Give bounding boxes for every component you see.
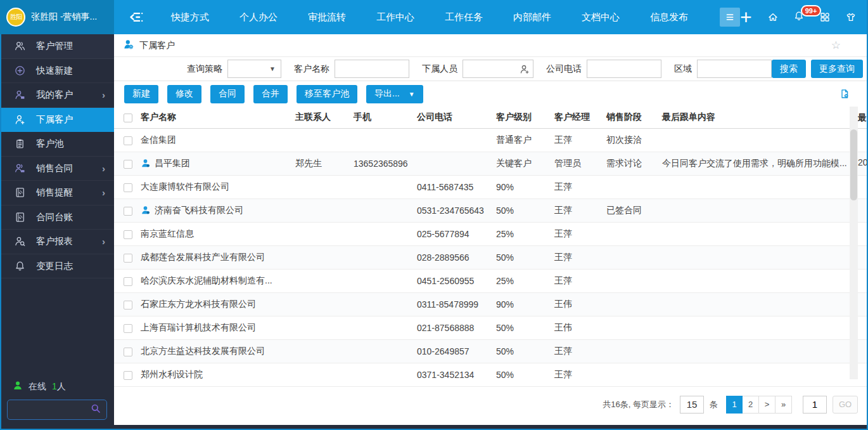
sidebar-item-客户池[interactable]: 客户池 bbox=[0, 132, 114, 157]
theme-shirt-icon[interactable] bbox=[846, 12, 856, 22]
row-checkbox[interactable] bbox=[124, 160, 132, 169]
table-row[interactable]: 济南奋飞科技有限公司 0531-234765643 50% 王萍 已签合同 bbox=[114, 199, 868, 222]
sidebar-item-客户管理[interactable]: 客户管理 bbox=[0, 34, 114, 59]
vertical-scrollbar[interactable] bbox=[850, 107, 858, 379]
table-row[interactable]: 金信集团 普通客户 王萍 初次接洽 bbox=[114, 128, 868, 152]
toolbar-button-修改[interactable]: 修改 bbox=[167, 85, 201, 103]
search-icon[interactable] bbox=[91, 403, 101, 416]
home-icon[interactable] bbox=[768, 12, 778, 22]
col-sales-stage[interactable]: 销售阶段 bbox=[603, 107, 658, 128]
last-page-button[interactable]: » bbox=[775, 396, 792, 414]
customer-name-input[interactable] bbox=[335, 60, 409, 78]
topnav-item[interactable]: 信息发布 bbox=[635, 0, 703, 34]
avatar[interactable]: 胜阳 bbox=[6, 8, 25, 27]
select-all-checkbox[interactable] bbox=[124, 114, 132, 122]
cell-last-follow-note bbox=[658, 222, 868, 245]
add-icon[interactable]: + bbox=[740, 8, 752, 27]
topnav-item[interactable]: 快捷方式 bbox=[156, 0, 224, 34]
col-customer-manager[interactable]: 客户经理 bbox=[551, 107, 603, 128]
topnav-item[interactable]: 文档中心 bbox=[566, 0, 635, 34]
cell-customer-name: 哈尔滨庆东水泥辅助材料制造有... bbox=[141, 275, 272, 287]
toolbar-button-合并[interactable]: 合并 bbox=[253, 85, 288, 103]
cell-mobile bbox=[350, 175, 413, 199]
table-row[interactable]: 哈尔滨庆东水泥辅助材料制造有... 0451-2560955 25% 王萍 bbox=[114, 269, 868, 292]
go-button[interactable]: GO bbox=[833, 396, 858, 414]
sidebar-item-label: 销售合同 bbox=[36, 162, 73, 174]
page-button-1[interactable]: 1 bbox=[726, 396, 743, 414]
row-checkbox[interactable] bbox=[124, 207, 132, 216]
sidebar-item-快速新建[interactable]: 快速新建 bbox=[0, 59, 114, 84]
pager: 12>» bbox=[726, 396, 792, 414]
export-settings-icon[interactable] bbox=[839, 89, 850, 99]
col-last-follow-note[interactable]: 最后跟单内容 bbox=[658, 107, 868, 128]
region-input[interactable] bbox=[697, 60, 772, 78]
sidebar-item-合同台账[interactable]: 合同台账 bbox=[0, 205, 114, 230]
page-size-input[interactable]: 15 bbox=[680, 396, 704, 414]
next-page-button[interactable]: > bbox=[759, 396, 775, 414]
sidebar-item-销售合同[interactable]: 销售合同 › bbox=[0, 157, 114, 181]
pagination: 共16条, 每页显示： 15 条 12>» GO bbox=[114, 396, 868, 414]
table-header-row: 客户名称 主联系人 手机 公司电话 客户级别 客户经理 销售阶段 最后跟单内容 bbox=[114, 107, 868, 128]
col-customer-level[interactable]: 客户级别 bbox=[492, 107, 551, 128]
bell-icon bbox=[14, 261, 25, 271]
col-mobile[interactable]: 手机 bbox=[350, 107, 413, 128]
toolbar-button-新建[interactable]: 新建 bbox=[124, 85, 158, 103]
topnav-item[interactable]: 个人办公 bbox=[224, 0, 293, 34]
table-row[interactable]: 大连康博软件有限公司 0411-5687435 90% 王萍 bbox=[114, 175, 868, 199]
row-checkbox[interactable] bbox=[124, 136, 132, 145]
scrollbar-thumb[interactable] bbox=[850, 129, 857, 200]
topnav-item[interactable]: 内部邮件 bbox=[498, 0, 566, 34]
row-checkbox[interactable] bbox=[124, 277, 132, 286]
sidebar-item-下属客户[interactable]: 下属客户 bbox=[0, 108, 114, 133]
table-row[interactable]: 郑州水利设计院 0371-3452134 50% 王萍 bbox=[114, 363, 868, 386]
more-query-button[interactable]: 更多查询 bbox=[811, 60, 863, 78]
table-row[interactable]: 成都莲合发展科技产业有限公司 028-2889566 50% 王萍 bbox=[114, 245, 868, 269]
col-company-phone[interactable]: 公司电话 bbox=[413, 107, 492, 128]
cell-customer-manager: 王萍 bbox=[551, 245, 603, 269]
sidebar-item-我的客户[interactable]: 我的客户 › bbox=[0, 83, 114, 108]
topnav-item[interactable]: 工作任务 bbox=[430, 0, 498, 34]
row-checkbox[interactable] bbox=[124, 183, 132, 192]
cell-customer-manager: 管理员 bbox=[551, 152, 603, 175]
apps-grid-icon[interactable] bbox=[820, 12, 830, 22]
sidebar-search-input[interactable] bbox=[13, 405, 91, 415]
person-add-icon[interactable] bbox=[520, 64, 530, 74]
search-button[interactable]: 搜索 bbox=[772, 60, 806, 78]
cell-mobile bbox=[350, 245, 413, 269]
row-checkbox[interactable] bbox=[124, 371, 132, 380]
sidebar-item-销售提醒[interactable]: 销售提醒 › bbox=[0, 181, 114, 205]
topnav-item[interactable]: 审批流转 bbox=[293, 0, 361, 34]
page-button-2[interactable]: 2 bbox=[743, 396, 759, 414]
collapse-sidebar-icon[interactable] bbox=[127, 11, 143, 23]
table-row[interactable]: 昌平集团 郑先生 13652365896 关键客户 管理员 需求讨论 今日同客户… bbox=[114, 152, 868, 175]
caret-down-icon: ▼ bbox=[269, 65, 276, 72]
row-checkbox[interactable] bbox=[124, 324, 132, 333]
table-row[interactable]: 上海百瑞计算机技术有限公司 021-87568888 50% 王伟 bbox=[114, 316, 868, 339]
topnav-item[interactable]: 工作中心 bbox=[361, 0, 430, 34]
cell-customer-level: 50% bbox=[492, 363, 551, 386]
col-main-contact[interactable]: 主联系人 bbox=[291, 107, 350, 128]
table-row[interactable]: 石家庄东方龙水科技有限公司 0311-85478999 90% 王伟 bbox=[114, 292, 868, 316]
topbar-actions: + 99+ bbox=[740, 8, 868, 27]
sidebar-search-box bbox=[7, 400, 107, 420]
strategy-select[interactable]: ▼ bbox=[227, 60, 281, 78]
user-menu[interactable]: 胜阳 张胜阳 -营销事... bbox=[0, 0, 114, 34]
toolbar-button-移至客户池[interactable]: 移至客户池 bbox=[297, 85, 357, 103]
table-row[interactable]: 南京蓝红信息 025-5677894 25% 王萍 bbox=[114, 222, 868, 245]
table-row[interactable]: 北京方生益达科技发展有限公司 010-2649857 50% 王萍 bbox=[114, 339, 868, 363]
goto-page-input[interactable] bbox=[803, 396, 827, 414]
menu-icon[interactable]: ≡ bbox=[720, 8, 740, 27]
favorite-star-icon[interactable]: ☆ bbox=[831, 40, 841, 51]
row-checkbox[interactable] bbox=[124, 301, 132, 309]
row-checkbox[interactable] bbox=[124, 348, 132, 356]
toolbar-button-合同[interactable]: 合同 bbox=[210, 85, 245, 103]
col-customer-name[interactable]: 客户名称 bbox=[137, 107, 291, 128]
cell-sales-stage bbox=[603, 175, 658, 199]
notifications-bell-icon[interactable]: 99+ bbox=[794, 11, 804, 23]
row-checkbox[interactable] bbox=[124, 254, 132, 263]
sidebar-item-变更日志[interactable]: 变更日志 bbox=[0, 254, 114, 279]
export-button[interactable]: 导出... ▼ bbox=[366, 85, 423, 103]
sidebar-item-客户报表[interactable]: 客户报表 › bbox=[0, 230, 114, 254]
row-checkbox[interactable] bbox=[124, 230, 132, 239]
company-phone-input[interactable] bbox=[587, 60, 661, 78]
